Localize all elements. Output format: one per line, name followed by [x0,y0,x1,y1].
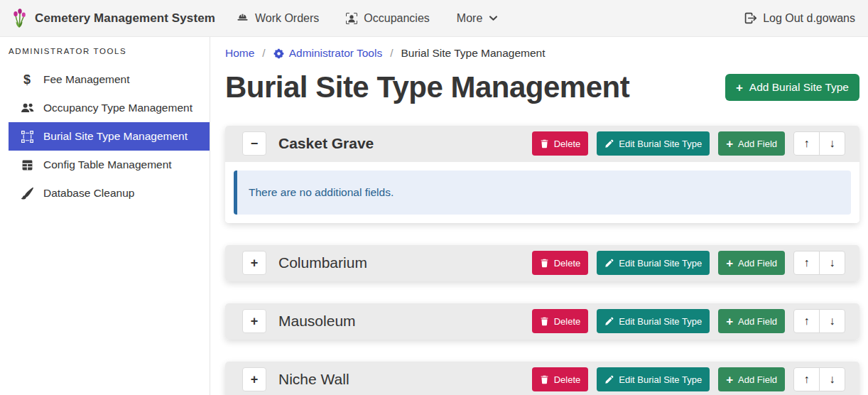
edit-burial-site-type-button[interactable]: Edit Burial Site Type [597,367,710,391]
delete-label: Delete [554,316,581,327]
sidebar: ADMINISTRATOR TOOLS $ Fee Management Occ… [0,37,210,395]
page-header: Burial Site Type Management + Add Burial… [225,68,859,107]
move-up-button[interactable]: ↑ [793,309,820,333]
nav-work-orders-label: Work Orders [255,12,319,25]
sidebar-item-config-table-management[interactable]: Config Table Management [9,151,210,179]
panel-header: + Mausoleum Delete Edit Burial Site Type… [225,303,859,340]
sidebar-item-label: Fee Management [43,73,130,86]
dollar-icon: $ [20,73,34,86]
add-field-label: Add Field [738,316,777,327]
nav-more[interactable]: More [457,12,498,25]
delete-button[interactable]: Delete [532,251,589,275]
breadcrumb-separator: / [389,47,394,60]
top-navbar: Cemetery Management System Work Orders O… [0,0,868,37]
breadcrumb-home[interactable]: Home [225,47,254,60]
delete-button[interactable]: Delete [532,309,589,333]
expand-toggle-button[interactable]: + [242,251,266,275]
edit-burial-site-type-button[interactable]: Edit Burial Site Type [597,131,710,156]
edit-label: Edit Burial Site Type [619,316,702,327]
breadcrumb-administrator-tools[interactable]: Administrator Tools [273,47,383,60]
sidebar-item-fee-management[interactable]: $ Fee Management [9,65,210,94]
plus-icon: + [736,82,743,94]
people-icon [20,102,34,115]
reorder-group: ↑ ↓ [793,309,845,333]
breadcrumb-home-label: Home [225,47,254,60]
logout-button[interactable]: Log Out d.gowans [744,12,857,25]
panel-title: Casket Grave [278,135,374,152]
panel-title: Columbarium [278,254,367,271]
hard-hat-icon [237,12,249,24]
breadcrumb-separator: / [261,47,266,60]
sidebar-item-label: Occupancy Type Management [43,102,192,114]
add-field-label: Add Field [738,258,777,269]
panel-mausoleum: + Mausoleum Delete Edit Burial Site Type… [225,303,859,340]
page-title: Burial Site Type Management [225,68,629,107]
panel-body: There are no additional fields. [225,162,859,223]
collapse-toggle-button[interactable]: − [242,131,266,156]
reorder-group: ↑ ↓ [793,131,845,156]
gear-icon [273,48,284,59]
sidebar-item-database-cleanup[interactable]: Database Cleanup [9,179,210,207]
trash-icon [540,317,549,326]
plus-icon: + [726,138,733,150]
delete-button[interactable]: Delete [532,131,589,156]
chevron-down-icon [489,13,498,23]
nav-work-orders[interactable]: Work Orders [237,12,319,25]
table-icon [20,159,34,171]
trash-icon [540,139,549,148]
breadcrumb: Home / Administrator Tools / Burial Site… [225,47,859,60]
panel-header: + Niche Wall Delete Edit Burial Site Typ… [225,362,859,395]
nav-occupancies[interactable]: Occupancies [346,12,430,25]
add-field-button[interactable]: + Add Field [718,251,785,275]
pencil-icon [604,259,614,268]
main-content: Home / Administrator Tools / Burial Site… [210,37,868,395]
sidebar-item-label: Config Table Management [43,158,172,171]
trash-icon [540,259,549,268]
panel-niche-wall: + Niche Wall Delete Edit Burial Site Typ… [225,362,859,395]
edit-label: Edit Burial Site Type [619,258,702,269]
move-down-button[interactable]: ↓ [819,309,845,333]
sidebar-heading: ADMINISTRATOR TOOLS [0,43,210,65]
add-field-label: Add Field [738,139,777,149]
move-down-button[interactable]: ↓ [819,131,845,156]
move-up-button[interactable]: ↑ [793,367,820,391]
edit-burial-site-type-button[interactable]: Edit Burial Site Type [597,251,710,275]
edit-label: Edit Burial Site Type [619,374,702,385]
sidebar-item-label: Database Cleanup [43,187,134,200]
add-field-button[interactable]: + Add Field [718,131,785,156]
breadcrumb-admin-tools-label: Administrator Tools [289,47,383,60]
add-burial-site-type-button[interactable]: + Add Burial Site Type [725,74,859,101]
move-down-button[interactable]: ↓ [819,367,845,391]
main-nav: Work Orders Occupancies More [237,12,498,25]
tulip-logo-icon [11,9,28,28]
delete-button[interactable]: Delete [532,367,589,391]
delete-label: Delete [554,258,581,269]
expand-toggle-button[interactable]: + [242,309,266,333]
sidebar-item-occupancy-type-management[interactable]: Occupancy Type Management [9,94,210,122]
panel-actions: Delete Edit Burial Site Type + Add Field… [532,251,845,275]
move-up-button[interactable]: ↑ [793,131,820,156]
breadcrumb-current: Burial Site Type Management [401,47,546,60]
panel-title: Niche Wall [278,371,349,388]
panel-actions: Delete Edit Burial Site Type + Add Field… [532,367,845,391]
no-fields-alert: There are no additional fields. [234,171,851,215]
add-field-button[interactable]: + Add Field [718,309,785,333]
person-bounding-box-icon [346,13,357,24]
move-up-button[interactable]: ↑ [793,251,820,275]
app-title: Cemetery Management System [35,11,215,26]
pencil-icon [604,375,614,384]
sidebar-item-burial-site-type-management[interactable]: Burial Site Type Management [9,122,210,151]
sidebar-item-label: Burial Site Type Management [43,130,188,143]
edit-label: Edit Burial Site Type [619,139,702,149]
nav-occupancies-label: Occupancies [364,12,430,25]
nav-more-label: More [457,12,482,25]
expand-toggle-button[interactable]: + [242,367,266,391]
add-field-button[interactable]: + Add Field [718,367,785,391]
app-brand[interactable]: Cemetery Management System [11,9,215,28]
panel-actions: Delete Edit Burial Site Type + Add Field… [532,131,845,156]
move-down-button[interactable]: ↓ [819,251,845,275]
edit-burial-site-type-button[interactable]: Edit Burial Site Type [597,309,710,333]
logout-icon [744,12,756,24]
add-field-label: Add Field [738,374,777,385]
panel-header: + Columbarium Delete Edit Burial Site Ty… [225,245,859,281]
